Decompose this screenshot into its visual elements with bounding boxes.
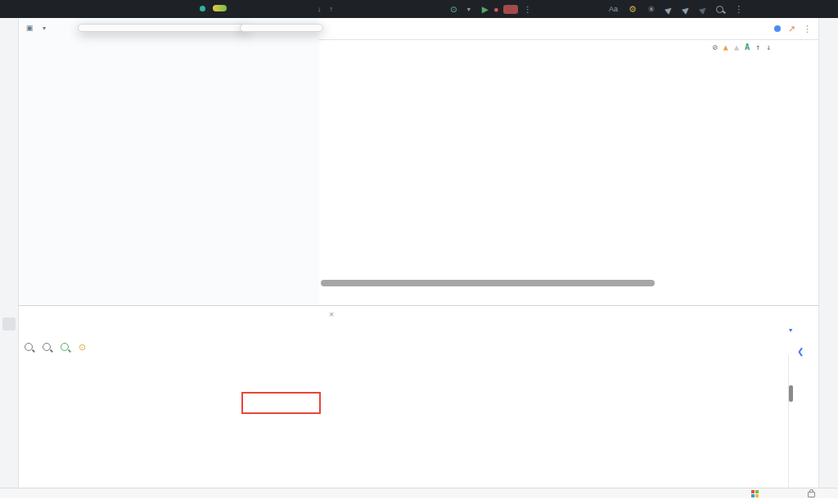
zoom-in-icon[interactable] xyxy=(25,343,33,351)
services-stripe-button[interactable] xyxy=(2,416,16,429)
network-stats: ↓ ↑ xyxy=(318,0,345,18)
filter-button[interactable]: ▾ xyxy=(789,324,792,334)
project-panel-icon: ▣ xyxy=(25,23,34,33)
zoom-out-icon[interactable] xyxy=(43,343,51,351)
timeline-scrollbar[interactable] xyxy=(789,385,793,402)
minimap[interactable] xyxy=(791,40,818,305)
right-tool-stripe xyxy=(818,18,838,488)
terminal-stripe-button[interactable] xyxy=(2,434,16,448)
send3-icon[interactable]: ▶ xyxy=(697,3,708,14)
prev-issue-icon[interactable]: ↑ xyxy=(755,43,760,52)
profiler-panel: × ▾ ⊙ ❮ xyxy=(18,305,818,488)
database-brown-stripe-button[interactable] xyxy=(2,337,16,350)
search-icon[interactable] xyxy=(716,6,723,13)
external-arrow-icon[interactable]: ↗ xyxy=(788,24,795,34)
windows-update-icon[interactable] xyxy=(751,490,759,497)
excel-stripe-button[interactable] xyxy=(2,376,16,389)
build-hammer-icon[interactable]: ⚙ xyxy=(628,4,637,15)
profiler-stripe-button[interactable] xyxy=(2,317,16,331)
upload-arrow-icon: ↑ xyxy=(330,5,334,13)
code-area[interactable]: ⊘ ▲ ▲ A ↑ ↓ xyxy=(319,40,818,305)
tab-kebab-icon[interactable]: ⋮ xyxy=(803,24,812,34)
chevron-down-icon: ▾ xyxy=(467,6,471,13)
tool-windows-submenu xyxy=(240,24,323,32)
time-filter-icon[interactable]: ⊙ xyxy=(79,342,86,353)
power-icon[interactable]: ⊙ xyxy=(450,4,457,14)
send2-icon[interactable]: ▶ xyxy=(680,3,691,14)
notifications-stripe-button[interactable] xyxy=(2,453,16,466)
project-panel: ▣ ▾ xyxy=(18,18,319,305)
download-arrow-icon: ↓ xyxy=(318,5,322,13)
horizontal-scrollbar[interactable] xyxy=(321,280,655,286)
collapse-icon[interactable]: ❮ xyxy=(797,347,804,356)
lock-icon[interactable] xyxy=(808,492,815,497)
kebab-icon[interactable]: ⋮ xyxy=(734,4,743,15)
left-tool-stripe xyxy=(0,18,19,488)
chevron-down-icon[interactable]: ▾ xyxy=(43,25,46,32)
annotation-box xyxy=(241,392,321,414)
zoom-fit-icon[interactable] xyxy=(61,343,69,351)
editor-tab-bar: ↗ ⋮ xyxy=(319,18,818,40)
run-button[interactable]: ▶ xyxy=(482,4,489,14)
translate-icon[interactable]: Aa xyxy=(609,5,618,13)
cpu-sparkline xyxy=(178,365,788,385)
recording-dot-icon xyxy=(200,6,205,11)
run-more-icon[interactable]: ⋮ xyxy=(523,4,532,14)
eye-off-icon[interactable]: ⊘ xyxy=(713,43,718,52)
status-pill-icon xyxy=(213,5,227,11)
send-icon[interactable]: ▶ xyxy=(663,3,674,14)
debug-icon[interactable]: ● xyxy=(493,4,498,14)
sphere-icon[interactable] xyxy=(774,25,781,32)
regex-stripe-button[interactable] xyxy=(2,396,16,409)
view-menu xyxy=(78,24,248,32)
statistic-stripe-button[interactable] xyxy=(2,357,16,370)
editor-pane: ↗ ⋮ ⊘ ▲ ▲ A ↑ ↓ xyxy=(319,18,818,305)
plugin-icon[interactable]: ✳ xyxy=(647,4,655,15)
next-issue-icon[interactable]: ↓ xyxy=(766,43,771,52)
inspection-widget[interactable]: ⊘ ▲ ▲ A ↑ ↓ xyxy=(713,43,771,52)
stop-button[interactable] xyxy=(503,5,518,14)
bottom-strip xyxy=(0,497,838,504)
menu-bar: ↓ ↑ ⊙ ▾ ▶ ● ⋮ Aa ⚙ ✳ ▶ ▶ ▶ ⋮ xyxy=(0,0,838,18)
